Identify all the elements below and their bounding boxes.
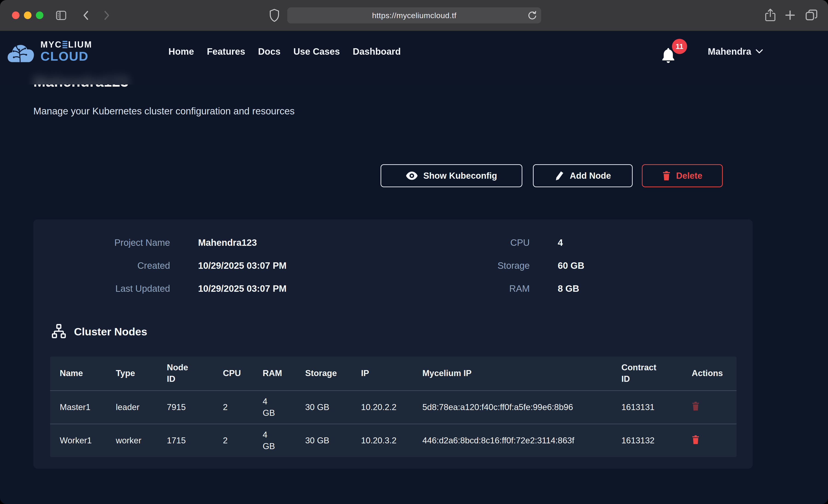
nav-item-docs[interactable]: Docs [258,46,281,57]
info-value: Mahendra123 [198,238,393,248]
brand-line-mycelium: MYC LIUM [40,40,92,49]
info-row-storage: Storage 60 GB [393,260,753,271]
add-node-button[interactable]: Add Node [533,164,633,187]
trash-icon [662,171,671,181]
notifications-button[interactable]: 11 [661,41,686,66]
cluster-nodes-header: Cluster Nodes [51,324,147,339]
nav-item-dashboard[interactable]: Dashboard [353,46,401,57]
add-node-label: Add Node [570,171,611,181]
privacy-shield-icon[interactable] [268,9,280,22]
info-label: Storage [393,260,530,271]
brand-wordmark: MYC LIUM CLOUD [40,40,92,63]
page-subtitle: Manage your Kubernetes cluster configura… [33,106,295,117]
notification-count-badge: 11 [672,39,687,54]
col-header-type: Type [106,356,157,390]
cluster-details-card: Project Name Mahendra123 Created 10/29/2… [33,219,753,469]
cell-name: Worker1 [50,424,106,457]
info-value: 60 GB [558,260,753,271]
info-row-ram: RAM 8 GB [393,284,753,294]
cluster-nodes-table: Name Type Node ID CPU RAM Storage IP Myc… [50,356,737,457]
cell-actions [682,424,737,457]
cell-type: worker [106,424,157,457]
sidebar-toggle-icon[interactable] [55,9,67,22]
navbar-glass: MYC LIUM CLOUD Home Features Docs Use Ca… [0,31,828,85]
col-header-contract-id: Contract ID [612,356,682,390]
nav-item-home[interactable]: Home [168,46,194,57]
table-header-row: Name Type Node ID CPU RAM Storage IP Myc… [50,356,737,390]
table-row: Worker1 worker 1715 2 4 GB 30 GB 10.20.3… [50,424,737,457]
share-icon[interactable] [764,8,776,22]
col-header-cpu: CPU [213,356,253,390]
cell-contract-id: 1613132 [612,424,682,457]
cell-actions [682,390,737,424]
info-label: RAM [393,284,530,294]
nav-item-use-cases[interactable]: Use Cases [293,46,340,57]
back-button-icon[interactable] [81,10,91,21]
new-tab-icon[interactable] [785,10,796,21]
cell-mycelium-ip: 446:d2a6:8bcd:8c16:ff0f:72e2:3114:863f [413,424,612,457]
info-value: 8 GB [558,284,753,294]
browser-window: https://myceliumcloud.tf [0,0,828,504]
cell-contract-id: 1613131 [612,390,682,424]
address-bar[interactable]: https://myceliumcloud.tf [287,7,541,24]
info-label: Last Updated [33,284,170,294]
info-value: 10/29/2025 03:07 PM [198,284,393,294]
info-label: CPU [393,238,530,248]
cell-ip: 10.20.3.2 [351,424,413,457]
tab-overview-icon[interactable] [805,9,818,22]
window-zoom-button[interactable] [36,11,43,19]
user-menu[interactable]: Mahendra [708,31,763,72]
chevron-down-icon [755,49,763,54]
col-header-name: Name [50,356,106,390]
delete-label: Delete [676,171,702,181]
user-name: Mahendra [708,46,751,57]
forward-button-icon[interactable] [101,10,112,21]
cell-storage: 30 GB [295,424,351,457]
cluster-info-details: Project Name Mahendra123 Created 10/29/2… [33,238,393,294]
cell-ip: 10.20.2.2 [351,390,413,424]
brand-e-bars-icon [63,41,67,48]
col-header-ram: RAM [253,356,295,390]
delete-node-button[interactable] [692,435,700,445]
show-kubeconfig-button[interactable]: Show Kubeconfig [380,164,522,187]
cell-node-id: 7915 [157,390,213,424]
cell-node-id: 1715 [157,424,213,457]
brand-logo[interactable]: MYC LIUM CLOUD [7,40,92,63]
cell-mycelium-ip: 5d8:78ea:a120:f40c:ff0f:a5fe:99e6:8b96 [413,390,612,424]
info-value: 4 [558,238,753,248]
reload-icon[interactable] [527,10,538,20]
window-minimize-button[interactable] [24,11,32,19]
cluster-nodes-title: Cluster Nodes [74,325,147,338]
eye-icon [406,171,418,180]
cell-type: leader [106,390,157,424]
col-header-node-id: Node ID [157,356,213,390]
navbar: MYC LIUM CLOUD Home Features Docs Use Ca… [0,31,828,72]
window-close-button[interactable] [12,11,19,19]
info-row-project-name: Project Name Mahendra123 [33,238,393,248]
cell-cpu: 2 [213,424,253,457]
brand-line-cloud: CLOUD [40,50,92,63]
nav-item-features[interactable]: Features [207,46,245,57]
cluster-info-grid: Project Name Mahendra123 Created 10/29/2… [33,238,753,294]
info-label: Created [33,260,170,271]
delete-cluster-button[interactable]: Delete [642,164,723,187]
col-header-ip: IP [351,356,413,390]
main-nav: Home Features Docs Use Cases Dashboard [168,31,401,72]
browser-toolbar: https://myceliumcloud.tf [0,0,828,31]
info-label: Project Name [33,238,170,248]
url-text: https://myceliumcloud.tf [372,11,456,20]
cell-name: Master1 [50,390,106,424]
pencil-icon [554,170,564,181]
col-header-storage: Storage [295,356,351,390]
col-header-mycelium-ip: Mycelium IP [413,356,612,390]
page-content: Mahendra123 Manage your Kubernetes clust… [0,31,828,504]
cell-storage: 30 GB [295,390,351,424]
col-header-actions: Actions [682,356,737,390]
info-row-created: Created 10/29/2025 03:07 PM [33,260,393,271]
delete-node-button[interactable] [692,401,700,411]
cell-ram: 4 GB [253,424,295,457]
cell-ram: 4 GB [253,390,295,424]
cell-cpu: 2 [213,390,253,424]
cluster-info-resources: CPU 4 Storage 60 GB RAM 8 GB [393,238,753,294]
info-row-last-updated: Last Updated 10/29/2025 03:07 PM [33,284,393,294]
